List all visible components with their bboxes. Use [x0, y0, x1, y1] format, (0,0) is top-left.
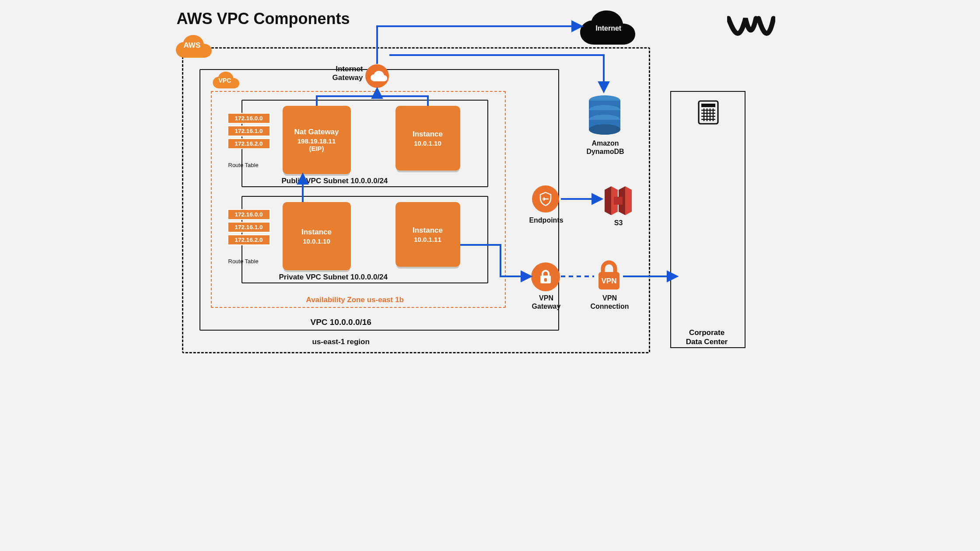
internet-label: Internet: [596, 24, 622, 32]
server-icon: [697, 100, 719, 127]
vpn-gateway-label: VPN Gateway: [528, 294, 565, 310]
route-table-private: 172.16.0.0 172.16.1.0 172.16.2.0: [228, 209, 270, 245]
route-entry: 172.16.0.0: [228, 209, 270, 220]
nat-title: Nat Gateway: [283, 128, 351, 136]
dynamodb-icon: [584, 93, 626, 138]
vpn-connection-icon: VPN: [596, 260, 622, 293]
route-table-public: 172.16.0.0 172.16.1.0 172.16.2.0: [228, 113, 270, 149]
dynamodb-label: Amazon DynamoDB: [583, 139, 628, 156]
svg-text:VPN: VPN: [601, 277, 616, 285]
svg-rect-15: [701, 104, 715, 107]
public-instance-title: Instance: [396, 130, 460, 139]
svg-rect-5: [614, 197, 623, 205]
private-instance-b-ip: 10.0.1.11: [396, 236, 460, 243]
s3-label: S3: [610, 219, 627, 227]
private-instance-a-box: Instance 10.0.1.10: [283, 202, 351, 270]
route-entry: 172.16.0.0: [228, 113, 270, 124]
vpn-connection-label: VPN Connection: [588, 294, 632, 310]
private-instance-b-box: Instance 10.0.1.11: [396, 202, 460, 267]
public-subnet-label: Public VPC Subnet 10.0.0.0/24: [282, 177, 388, 185]
internet-gateway-icon: [365, 64, 389, 90]
corporate-data-center-box: [670, 91, 746, 348]
private-instance-a-title: Instance: [283, 228, 351, 237]
private-instance-a-ip: 10.0.1.10: [283, 237, 351, 245]
vpc-cidr-label: VPC 10.0.0.0/16: [311, 317, 371, 327]
endpoints-label: Endpoints: [528, 216, 565, 224]
private-instance-b-title: Instance: [396, 226, 460, 235]
route-entry: 172.16.2.0: [228, 138, 270, 149]
aws-badge-text: AWS: [184, 41, 201, 50]
page-title: AWS VPC Components: [177, 10, 350, 28]
route-entry: 172.16.1.0: [228, 126, 270, 136]
route-table-public-label: Route Table: [228, 162, 259, 168]
route-entry: 172.16.2.0: [228, 234, 270, 245]
svg-point-13: [589, 124, 620, 135]
region-label: us-east-1 region: [312, 338, 370, 346]
route-entry: 172.16.1.0: [228, 222, 270, 233]
nat-eip: (EIP): [283, 145, 351, 152]
s3-icon: [603, 184, 634, 220]
svg-marker-1: [605, 186, 611, 215]
availability-zone-label: Availability Zone us-east 1b: [306, 296, 404, 304]
nat-ip: 198.19.18.11: [283, 137, 351, 145]
public-instance-box: Instance 10.0.1.10: [396, 106, 460, 171]
vpn-gateway-icon: [531, 262, 560, 291]
vpc-badge-text: VPC: [219, 77, 231, 84]
public-instance-ip: 10.0.1.10: [396, 139, 460, 147]
svg-rect-7: [544, 278, 547, 282]
svg-marker-4: [625, 186, 632, 215]
nat-gateway-box: Nat Gateway 198.19.18.11 (EIP): [283, 106, 351, 174]
route-table-private-label: Route Table: [228, 258, 259, 265]
brand-logo: [727, 15, 775, 40]
endpoints-icon: [532, 185, 559, 213]
corporate-data-center-label: Corporate Data Center: [670, 328, 744, 347]
private-subnet-label: Private VPC Subnet 10.0.0.0/24: [279, 273, 388, 282]
internet-gateway-label: Internet Gateway: [318, 65, 363, 83]
